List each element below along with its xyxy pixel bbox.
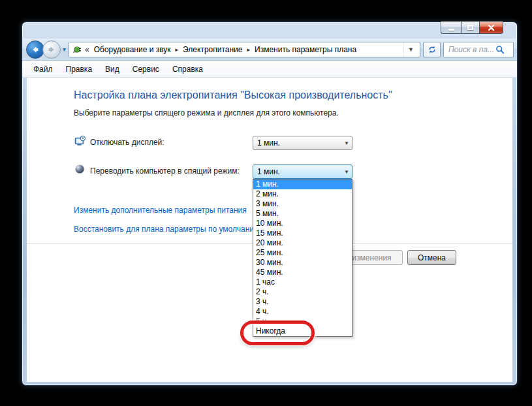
- dropdown-option[interactable]: 20 мин.: [253, 238, 352, 248]
- dropdown-option[interactable]: 2 ч.: [253, 287, 352, 297]
- menu-file[interactable]: Файл: [27, 62, 59, 76]
- sleep-timeout-label: Переводить компьютер в спящий режим:: [90, 166, 240, 176]
- breadcrumb-item-edit-plan[interactable]: Изменить параметры плана: [253, 45, 358, 54]
- sleep-moon-icon: [74, 164, 85, 174]
- client-area: Настройка плана электропитания "Высокая …: [27, 78, 512, 382]
- search-box[interactable]: [443, 42, 514, 57]
- restore-defaults-link[interactable]: Восстановить для плана параметры по умол…: [74, 225, 260, 234]
- dropdown-option[interactable]: 45 мин.: [253, 268, 352, 277]
- caption-buttons: [441, 22, 503, 34]
- close-icon: [488, 25, 494, 31]
- explorer-window: ▾ « Оборудование и звук ▸ Электропитание…: [22, 22, 518, 386]
- breadcrumb-separator-icon: ▸: [172, 46, 182, 53]
- menu-edit[interactable]: Правка: [59, 62, 99, 76]
- breadcrumb-item-power-options[interactable]: Электропитание: [181, 45, 243, 54]
- dropdown-option[interactable]: 4 ч.: [253, 307, 352, 317]
- advanced-power-settings-link[interactable]: Изменить дополнительные параметры питани…: [74, 206, 247, 215]
- page-subtitle: Выберите параметры спящего режима и дисп…: [74, 108, 339, 117]
- navigation-bar: ▾ « Оборудование и звук ▸ Электропитание…: [22, 39, 517, 61]
- close-button[interactable]: [480, 22, 503, 34]
- dropdown-option[interactable]: 10 мин.: [253, 219, 352, 228]
- back-button[interactable]: [26, 40, 44, 59]
- forward-button[interactable]: [42, 40, 61, 59]
- turn-off-display-label: Отключать дисплей:: [90, 138, 164, 147]
- dropdown-option[interactable]: 30 мин.: [253, 258, 352, 268]
- menu-view[interactable]: Вид: [99, 62, 126, 76]
- dropdown-option[interactable]: 5 мин.: [253, 209, 352, 219]
- maximize-button[interactable]: [461, 22, 480, 34]
- power-plug-icon: [72, 44, 82, 55]
- display-timeout-value: 1 мин.: [257, 138, 344, 148]
- cancel-button[interactable]: Отмена: [407, 250, 456, 265]
- recent-pages-dropdown[interactable]: ▾: [63, 46, 66, 53]
- sleep-timeout-dropdown-list: 1 мин. 2 мин. 3 мин. 5 мин. 10 мин. 15 м…: [253, 179, 352, 337]
- page-title: Настройка плана электропитания "Высокая …: [74, 89, 392, 101]
- sleep-timeout-value: 1 мин.: [257, 167, 344, 176]
- search-icon[interactable]: [495, 45, 505, 54]
- address-bar[interactable]: « Оборудование и звук ▸ Электропитание ▸…: [69, 42, 420, 57]
- dropdown-option[interactable]: 25 мин.: [253, 248, 352, 258]
- chevron-down-icon: ▼: [344, 169, 349, 175]
- breadcrumb-separator-icon: ▸: [243, 46, 253, 53]
- annotation-ellipse: [240, 320, 315, 345]
- search-input[interactable]: [448, 45, 495, 54]
- dropdown-option[interactable]: 15 мин.: [253, 228, 352, 238]
- menu-tools[interactable]: Сервис: [126, 62, 166, 76]
- dropdown-option[interactable]: 1 мин.: [253, 180, 352, 189]
- title-bar[interactable]: [22, 22, 517, 39]
- refresh-icon: [428, 45, 437, 54]
- display-clock-icon: [74, 135, 86, 147]
- chevron-down-icon: ▼: [344, 140, 349, 146]
- address-dropdown-icon[interactable]: ▼: [403, 42, 418, 57]
- dropdown-option[interactable]: 1 час: [253, 277, 352, 287]
- display-timeout-combobox[interactable]: 1 мин. ▼: [253, 136, 352, 150]
- forward-arrow-icon: [46, 44, 57, 55]
- menu-help[interactable]: Справка: [166, 62, 210, 76]
- breadcrumb-overflow[interactable]: «: [85, 45, 89, 54]
- menu-bar: Файл Правка Вид Сервис Справка: [22, 61, 517, 78]
- refresh-button[interactable]: [423, 42, 441, 57]
- breadcrumb-item-hardware-sound[interactable]: Оборудование и звук: [93, 45, 172, 54]
- minimize-button[interactable]: [441, 22, 461, 34]
- maximize-icon: [467, 25, 473, 30]
- minimize-icon: [448, 29, 454, 31]
- dropdown-option[interactable]: 3 ч.: [253, 297, 352, 307]
- back-arrow-icon: [30, 44, 40, 55]
- dropdown-option[interactable]: 2 мин.: [253, 189, 352, 199]
- sleep-timeout-combobox[interactable]: 1 мин. ▼: [253, 164, 352, 179]
- dropdown-option[interactable]: 3 мин.: [253, 199, 352, 209]
